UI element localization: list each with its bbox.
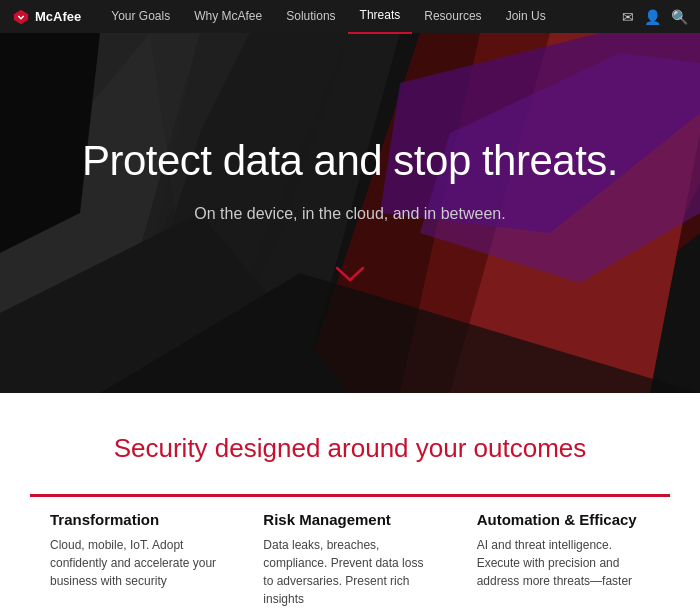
hero-chevron-down[interactable] — [335, 263, 365, 289]
outcomes-title: Security designed around your outcomes — [30, 433, 670, 464]
navigation: McAfee Your Goals Why McAfee Solutions T… — [0, 0, 700, 33]
logo-text: McAfee — [35, 9, 81, 24]
nav-link-your-goals[interactable]: Your Goals — [99, 0, 182, 33]
nav-item-join-us[interactable]: Join Us — [494, 0, 558, 33]
nav-link-resources[interactable]: Resources — [412, 0, 493, 33]
mcafee-logo-icon — [12, 8, 30, 26]
search-icon[interactable]: 🔍 — [671, 9, 688, 25]
card-title-transformation: Transformation — [50, 511, 223, 528]
card-text-risk: Data leaks, breaches, compliance. Preven… — [263, 536, 436, 608]
mail-icon[interactable]: ✉ — [622, 9, 634, 25]
card-text-transformation: Cloud, mobile, IoT. Adopt confidently an… — [50, 536, 223, 590]
card-text-automation: AI and threat intelligence. Execute with… — [477, 536, 650, 590]
hero-content: Protect data and stop threats. On the de… — [0, 33, 700, 393]
nav-icons: ✉ 👤 🔍 — [622, 9, 688, 25]
card-title-risk: Risk Management — [263, 511, 436, 528]
nav-item-your-goals[interactable]: Your Goals — [99, 0, 182, 33]
card-transformation: Transformation Cloud, mobile, IoT. Adopt… — [30, 494, 243, 608]
nav-link-why-mcafee[interactable]: Why McAfee — [182, 0, 274, 33]
card-risk-management: Risk Management Data leaks, breaches, co… — [243, 494, 456, 608]
cards-container: Transformation Cloud, mobile, IoT. Adopt… — [30, 494, 670, 608]
nav-link-solutions[interactable]: Solutions — [274, 0, 347, 33]
user-icon[interactable]: 👤 — [644, 9, 661, 25]
hero-subtitle: On the device, in the cloud, and in betw… — [194, 205, 505, 223]
nav-item-why-mcafee[interactable]: Why McAfee — [182, 0, 274, 33]
hero-title: Protect data and stop threats. — [82, 137, 618, 185]
nav-item-threats[interactable]: Threats — [348, 0, 413, 34]
outcomes-section: Security designed around your outcomes T… — [0, 393, 700, 616]
nav-item-resources[interactable]: Resources — [412, 0, 493, 33]
nav-link-join-us[interactable]: Join Us — [494, 0, 558, 33]
card-automation: Automation & Efficacy AI and threat inte… — [457, 494, 670, 608]
nav-link-threats[interactable]: Threats — [348, 0, 413, 34]
logo[interactable]: McAfee — [12, 8, 81, 26]
nav-item-solutions[interactable]: Solutions — [274, 0, 347, 33]
card-title-automation: Automation & Efficacy — [477, 511, 650, 528]
nav-links: Your Goals Why McAfee Solutions Threats … — [99, 0, 622, 34]
hero-section: Protect data and stop threats. On the de… — [0, 33, 700, 393]
